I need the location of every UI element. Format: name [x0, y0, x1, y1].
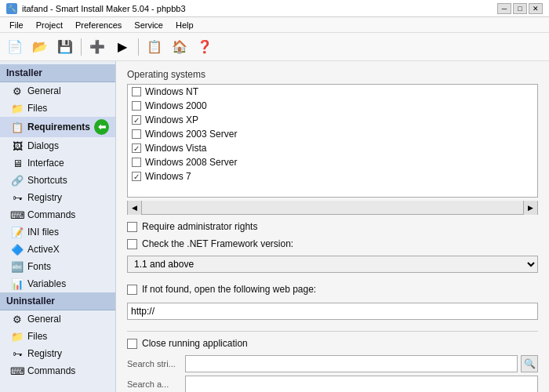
open-icon: 📂 — [32, 39, 48, 54]
divider-1 — [127, 331, 538, 332]
scroll-right-btn[interactable]: ▶ — [523, 201, 537, 215]
sidebar: Installer ⚙ General 📁 Files 📋 Requiremen… — [0, 61, 116, 392]
sidebar-item-general[interactable]: ⚙ General — [0, 82, 115, 100]
ini-files-icon: 📝 — [11, 226, 24, 238]
sidebar-item-u-files[interactable]: 📁 Files — [0, 328, 115, 345]
os-checkbox-windows-7[interactable] — [132, 172, 141, 181]
run-button[interactable]: ▶ — [111, 36, 134, 58]
add-button[interactable]: ➕ — [85, 36, 109, 58]
sidebar-item-files[interactable]: 📁 Files — [0, 100, 115, 117]
variables-label: Variables — [27, 278, 66, 289]
u-files-icon: 📁 — [11, 330, 24, 343]
os-label-windows-vista: Windows Vista — [145, 143, 206, 154]
os-item-windows-xp[interactable]: Windows XP — [128, 113, 537, 127]
u-registry-label: Registry — [27, 348, 62, 359]
help-icon: ❓ — [197, 39, 213, 54]
interface-label: Interface — [27, 158, 64, 169]
new-button[interactable]: 📄 — [3, 36, 27, 58]
os-checkbox-windows-2003[interactable] — [132, 129, 141, 139]
shortcuts-label: Shortcuts — [27, 175, 67, 186]
sidebar-item-requirements[interactable]: 📋 Requirements ⬅ — [0, 117, 115, 137]
search-string-button[interactable]: 🔍 — [521, 355, 538, 372]
app-icon: 🔧 — [6, 3, 17, 14]
u-general-icon: ⚙ — [11, 313, 24, 325]
sidebar-item-u-commands[interactable]: ⌨ Commands — [0, 362, 115, 379]
os-item-windows-2003[interactable]: Windows 2003 Server — [128, 127, 537, 141]
dotnet-version-select[interactable]: 1.1 and above 2.0 and above 3.0 and abov… — [127, 256, 538, 273]
sidebar-item-activex[interactable]: 🔷 ActiveX — [0, 241, 115, 258]
help-button[interactable]: ❓ — [193, 36, 216, 58]
os-listbox[interactable]: Windows NT Windows 2000 Windows XP Windo… — [127, 84, 538, 198]
search-string-row: Search stri... 🔍 — [127, 355, 538, 372]
sidebar-item-u-registry[interactable]: 🗝 Registry — [0, 345, 115, 362]
close-running-label: Close running application — [142, 338, 248, 349]
commands-label: Commands — [27, 209, 75, 220]
scroll-track — [142, 201, 523, 214]
os-checkbox-windows-2000[interactable] — [132, 101, 141, 111]
sidebar-item-fonts[interactable]: 🔤 Fonts — [0, 258, 115, 275]
menu-service[interactable]: Service — [128, 17, 169, 32]
open-button[interactable]: 📂 — [28, 36, 52, 58]
os-item-windows-nt[interactable]: Windows NT — [128, 85, 537, 99]
ini-files-label: INI files — [27, 227, 59, 238]
toolbar-sep-1 — [81, 38, 82, 56]
menu-bar: File Project Preferences Service Help — [0, 17, 549, 33]
check-dotnet-checkbox[interactable] — [127, 239, 137, 249]
sidebar-item-interface[interactable]: 🖥 Interface — [0, 154, 115, 172]
interface-icon: 🖥 — [11, 157, 24, 169]
u-commands-icon: ⌨ — [11, 365, 24, 377]
menu-file[interactable]: File — [3, 17, 30, 32]
menu-project[interactable]: Project — [30, 17, 69, 32]
window-controls: ─ □ ✕ — [497, 3, 543, 14]
menu-preferences[interactable]: Preferences — [69, 17, 128, 32]
dialogs-label: Dialogs — [27, 140, 59, 151]
os-checkbox-windows-vista[interactable] — [132, 143, 141, 153]
os-label-windows-2000: Windows 2000 — [145, 100, 207, 111]
restore-button[interactable]: □ — [513, 3, 527, 14]
sidebar-item-variables[interactable]: 📊 Variables — [0, 275, 115, 292]
save-button[interactable]: 💾 — [53, 36, 77, 58]
require-admin-checkbox[interactable] — [127, 222, 137, 232]
dialogs-icon: 🖼 — [11, 140, 24, 152]
search-string-input[interactable] — [185, 355, 518, 372]
sidebar-item-ini-files[interactable]: 📝 INI files — [0, 223, 115, 241]
if-not-found-checkbox[interactable] — [127, 285, 137, 295]
os-item-windows-7[interactable]: Windows 7 — [128, 169, 537, 183]
os-section-label: Operating systems — [127, 69, 538, 80]
os-item-windows-2008[interactable]: Windows 2008 Server — [128, 155, 537, 169]
os-item-windows-vista[interactable]: Windows Vista — [128, 141, 537, 155]
close-button[interactable]: ✕ — [529, 3, 543, 14]
installer-section-title: Installer — [0, 64, 115, 82]
if-not-found-label: If not found, open the following web pag… — [142, 284, 316, 295]
os-checkbox-windows-2008[interactable] — [132, 158, 141, 167]
page-button[interactable]: 📋 — [143, 36, 166, 58]
sidebar-item-registry[interactable]: 🗝 Registry — [0, 189, 115, 206]
sidebar-item-dialogs[interactable]: 🖼 Dialogs — [0, 137, 115, 154]
u-general-label: General — [27, 314, 61, 325]
os-scrollbar-row: ◀ ▶ — [127, 201, 538, 215]
minimize-button[interactable]: ─ — [497, 3, 511, 14]
sidebar-item-commands[interactable]: ⌨ Commands — [0, 206, 115, 223]
close-running-checkbox[interactable] — [127, 339, 137, 349]
files-icon: 📁 — [11, 102, 24, 114]
toolbar-sep-2 — [138, 38, 139, 56]
dotnet-version-wrapper: 1.1 and above 2.0 and above 3.0 and abov… — [127, 256, 538, 278]
sidebar-item-u-general[interactable]: ⚙ General — [0, 310, 115, 328]
search-a-input[interactable] — [185, 376, 538, 392]
title-bar: 🔧 itafand - Smart Install Maker 5.04 - p… — [0, 0, 549, 17]
webpage-url-input[interactable] — [127, 303, 538, 320]
os-checkbox-windows-xp[interactable] — [132, 115, 141, 125]
os-checkbox-windows-nt[interactable] — [132, 87, 141, 96]
commands-icon: ⌨ — [11, 209, 24, 221]
new-icon: 📄 — [7, 39, 23, 54]
main-layout: Installer ⚙ General 📁 Files 📋 Requiremen… — [0, 61, 549, 392]
menu-help[interactable]: Help — [169, 17, 200, 32]
sidebar-item-shortcuts[interactable]: 🔗 Shortcuts — [0, 172, 115, 189]
registry-icon: 🗝 — [11, 191, 24, 204]
home-button[interactable]: 🏠 — [168, 36, 191, 58]
os-label-windows-2008: Windows 2008 Server — [145, 157, 237, 168]
scroll-left-btn[interactable]: ◀ — [128, 201, 142, 215]
files-label: Files — [27, 103, 47, 114]
variables-icon: 📊 — [11, 278, 24, 290]
os-item-windows-2000[interactable]: Windows 2000 — [128, 99, 537, 113]
